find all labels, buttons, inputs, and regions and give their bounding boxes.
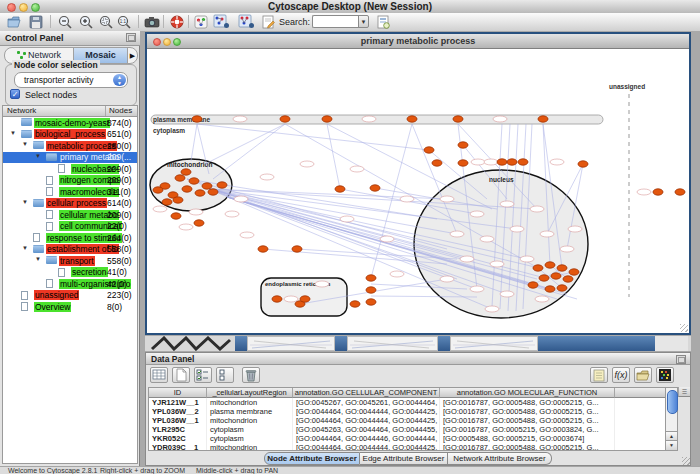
network-node[interactable]	[322, 116, 332, 122]
network-node[interactable]	[538, 116, 548, 122]
tree-row[interactable]: nitrogen compo209(0)	[3, 175, 137, 187]
network-node[interactable]	[292, 246, 302, 252]
help-lifering-icon[interactable]	[169, 14, 185, 30]
float-data-panel-icon[interactable]	[676, 355, 686, 364]
column-options-button[interactable]: ☰	[678, 387, 690, 397]
tree-row[interactable]: ▼primary metabo209(...	[3, 152, 137, 164]
network-node[interactable]	[208, 189, 218, 195]
network-node[interactable]	[350, 301, 360, 307]
strip-segment-thumb[interactable]	[247, 336, 335, 351]
save-session-button[interactable]	[28, 14, 44, 30]
network-node[interactable]	[194, 220, 204, 226]
strip-segment-blue[interactable]	[235, 336, 247, 351]
network-node[interactable]	[370, 185, 380, 191]
network-node[interactable]	[551, 273, 561, 279]
network-node[interactable]	[189, 178, 199, 184]
strip-segment-tail[interactable]	[655, 336, 688, 351]
import-attributes-icon[interactable]	[634, 367, 652, 383]
network-node[interactable]	[557, 265, 567, 271]
network-node[interactable]	[518, 159, 528, 165]
network-node[interactable]	[366, 287, 376, 293]
select-attributes-icon[interactable]	[194, 367, 212, 383]
strip-segment-blue[interactable]	[335, 336, 347, 351]
unselect-attributes-icon[interactable]	[216, 367, 234, 383]
node-color-dropdown[interactable]: transporter activity ▲▼	[14, 72, 128, 88]
network-node[interactable]	[202, 183, 212, 189]
network-view-window[interactable]: primary metabolic process plasma membran…	[145, 32, 691, 335]
tree-row[interactable]: ▼transport558(0)	[3, 255, 137, 267]
new-attribute-icon[interactable]	[172, 367, 190, 383]
tree-row[interactable]: unassigned223(0)	[3, 290, 137, 302]
network-node[interactable]	[432, 160, 442, 166]
network-node[interactable]	[507, 159, 517, 165]
network-node[interactable]	[497, 159, 507, 165]
table-row[interactable]: YPL036W__2plasma membrane[GO:0044464, GO…	[149, 407, 677, 416]
network-node[interactable]	[300, 296, 310, 302]
open-file-button[interactable]	[6, 14, 22, 30]
network-node[interactable]	[675, 189, 685, 195]
table-vertical-scrollbar[interactable]: ▲ ▼	[665, 387, 678, 451]
network-node[interactable]	[217, 182, 227, 188]
scroll-down-arrow[interactable]: ▼	[666, 440, 677, 450]
table-row[interactable]: YPL036W__1mitochondrion[GO:0044464, GO:0…	[149, 416, 677, 425]
table-column-header[interactable]: annotation.GO CELLULAR_COMPONENT	[293, 388, 440, 398]
network-node[interactable]	[335, 186, 345, 192]
network-node[interactable]	[366, 275, 376, 281]
tree-row[interactable]: nucleobase-209(0)	[3, 163, 137, 175]
tab-network-attribute-browser[interactable]: Network Attribute Browser	[448, 452, 552, 465]
attribute-table[interactable]: ID_cellularLayoutRegionannotation.GO CEL…	[148, 387, 678, 451]
zoom-selected-icon[interactable]	[98, 14, 114, 30]
network-node[interactable]	[528, 282, 538, 288]
tree-row[interactable]: ▼cellular process614(0)	[3, 198, 137, 210]
disclosure-triangle-icon[interactable]: ▼	[22, 141, 28, 147]
table-row[interactable]: YLR295Ccytoplasm[GO:0045263, GO:0044464,…	[149, 425, 677, 434]
network-node[interactable]	[453, 116, 463, 122]
search-dropdown-button[interactable]: ▼	[358, 15, 369, 28]
tab-scroll-arrow[interactable]: ▶	[127, 48, 137, 63]
table-row[interactable]: YKR052Ccytoplasm[GO:0044464, GO:0044446,…	[149, 434, 677, 443]
network-node[interactable]	[195, 190, 205, 196]
network-node[interactable]	[458, 142, 468, 148]
tree-row[interactable]: Overview8(0)	[3, 301, 137, 313]
search-advanced-icon[interactable]	[375, 14, 391, 30]
tree-row[interactable]: ▼establishment of lo558(0)	[3, 244, 137, 256]
network-node[interactable]	[545, 262, 555, 268]
network-window-titlebar[interactable]: primary metabolic process	[147, 34, 689, 49]
disclosure-triangle-icon[interactable]: ▼	[35, 153, 41, 159]
data-panel-resize-grip[interactable]	[682, 457, 690, 465]
function-builder-icon[interactable]: f(x)	[612, 367, 630, 383]
network-node[interactable]	[162, 199, 172, 205]
tree-row[interactable]: multi-organism pro42(0)	[3, 278, 137, 290]
disclosure-triangle-icon[interactable]: ▼	[22, 245, 28, 251]
scrollbar-thumb[interactable]	[667, 390, 678, 414]
view-thumbnails-strip[interactable]	[145, 336, 691, 351]
network-node[interactable]	[182, 186, 192, 192]
create-network-icon[interactable]	[213, 14, 229, 30]
strip-segment-art[interactable]	[150, 336, 235, 351]
tree-row[interactable]: macromolecule311(0)	[3, 186, 137, 198]
strip-segment-blue[interactable]	[438, 336, 450, 351]
strip-segment-blue[interactable]	[538, 336, 655, 351]
network-node[interactable]	[192, 116, 202, 122]
attribute-table-icon[interactable]	[150, 367, 168, 383]
attribute-matrix-icon[interactable]	[656, 367, 674, 383]
tree-row[interactable]: cellular metabo209(0)	[3, 209, 137, 221]
network-node[interactable]	[171, 213, 181, 219]
network-resize-grip[interactable]	[680, 324, 688, 332]
zoom-fit-icon[interactable]: 1:1	[116, 14, 132, 30]
network-node[interactable]	[569, 269, 579, 275]
tree-row[interactable]: cell communicat22(0)	[3, 221, 137, 233]
network-node[interactable]	[181, 169, 191, 175]
network-node[interactable]	[557, 285, 567, 291]
network-node[interactable]	[407, 116, 417, 122]
zoom-out-icon[interactable]	[57, 14, 73, 30]
network-node[interactable]	[563, 276, 573, 282]
strip-segment-thumb[interactable]	[450, 336, 538, 351]
tree-header[interactable]: Network Nodes	[3, 106, 137, 117]
disclosure-triangle-icon[interactable]: ▼	[35, 256, 41, 262]
network-node[interactable]	[258, 246, 268, 252]
vizmapper-icon[interactable]	[193, 14, 209, 30]
table-column-header[interactable]: annotation.GO MOLECULAR_FUNCTION	[440, 388, 615, 398]
zoom-in-icon[interactable]	[78, 14, 94, 30]
strip-segment-thumb[interactable]	[347, 336, 438, 351]
